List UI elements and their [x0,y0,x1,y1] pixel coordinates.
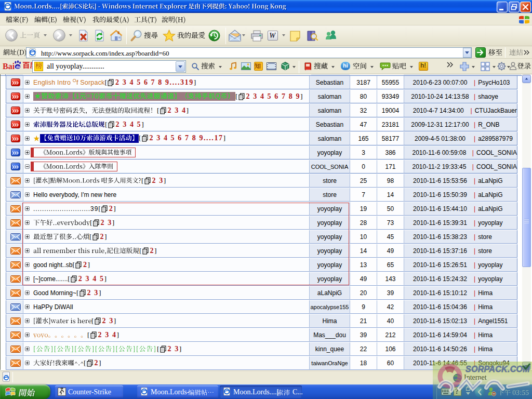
svg-text:du: du [16,65,20,69]
